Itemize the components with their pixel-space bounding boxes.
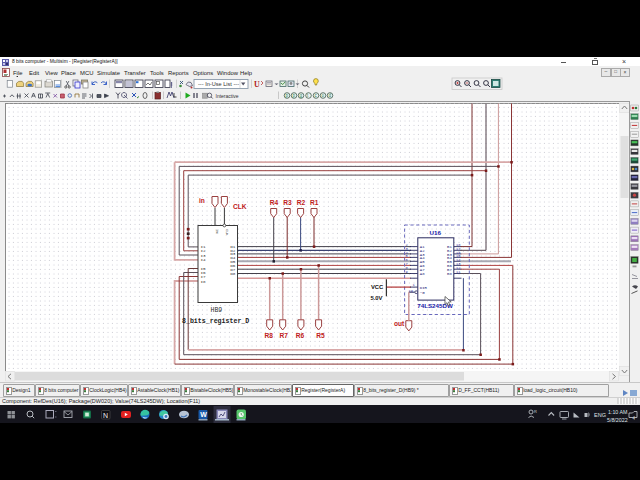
svg-text:t: t — [307, 93, 309, 98]
svg-text:U: U — [254, 80, 260, 89]
svg-text:R: R — [534, 409, 537, 414]
svg-text:VCC: VCC — [371, 284, 384, 290]
svg-text:IN: IN — [215, 229, 219, 233]
svg-text:DIR: DIR — [420, 286, 428, 290]
svg-text:I4: I4 — [201, 257, 207, 262]
svg-text:5.0V: 5.0V — [371, 295, 383, 301]
svg-text:W: W — [200, 411, 207, 418]
svg-text:p: p — [293, 93, 296, 98]
svg-text:HB9: HB9 — [211, 307, 223, 314]
svg-text:R3: R3 — [283, 199, 292, 206]
svg-text:~G: ~G — [420, 291, 425, 295]
svg-text:R2: R2 — [297, 199, 306, 206]
svg-text:O8: O8 — [230, 271, 236, 276]
svg-text:out: out — [394, 320, 405, 327]
svg-text:R5: R5 — [316, 332, 325, 339]
svg-text:c: c — [315, 93, 318, 98]
svg-text:ENG: ENG — [594, 412, 606, 418]
svg-text:I8: I8 — [201, 279, 207, 284]
svg-text:R7: R7 — [279, 332, 288, 339]
svg-text:Interactive: Interactive — [216, 93, 239, 99]
svg-text:N: N — [103, 412, 108, 419]
svg-text:8_bits_register_D: 8_bits_register_D — [182, 318, 249, 325]
svg-text:o: o — [322, 93, 325, 98]
svg-text:R6: R6 — [296, 332, 305, 339]
svg-text:5/8/2022: 5/8/2022 — [607, 417, 628, 423]
svg-text:11: 11 — [456, 270, 461, 274]
svg-text:d: d — [329, 93, 332, 98]
svg-text:R4: R4 — [270, 199, 279, 206]
svg-text:--- In-Use List ---: --- In-Use List --- — [198, 81, 239, 87]
svg-text:CLK: CLK — [233, 203, 247, 210]
svg-text:R8: R8 — [264, 332, 273, 339]
svg-text:R1: R1 — [310, 199, 319, 206]
svg-text:p: p — [286, 93, 289, 98]
svg-text:CLK: CLK — [225, 229, 229, 236]
svg-text:B8: B8 — [447, 272, 452, 276]
svg-text:in: in — [199, 197, 205, 204]
svg-text:1:10 AM: 1:10 AM — [608, 409, 627, 415]
svg-text:A8: A8 — [420, 272, 425, 276]
svg-text:g: g — [300, 93, 303, 98]
svg-text:U16: U16 — [430, 229, 442, 236]
